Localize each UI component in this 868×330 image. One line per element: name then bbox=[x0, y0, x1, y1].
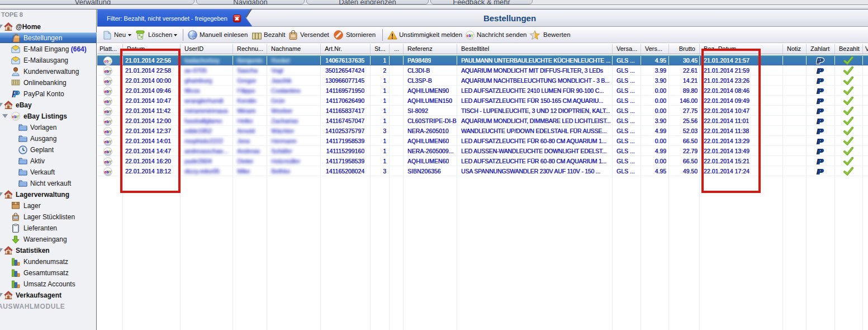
svg-text:P: P bbox=[818, 76, 824, 84]
svg-text:Y: Y bbox=[108, 109, 112, 114]
svg-text:Y: Y bbox=[108, 139, 112, 144]
svg-text:Y: Y bbox=[108, 149, 112, 154]
svg-text:Y: Y bbox=[108, 88, 112, 93]
svg-text:Y: Y bbox=[108, 68, 112, 73]
svg-text:P: P bbox=[818, 96, 824, 105]
svg-text:Y: Y bbox=[108, 119, 112, 124]
svg-text:Y: Y bbox=[108, 169, 112, 174]
svg-text:P: P bbox=[818, 66, 824, 74]
svg-text:P: P bbox=[818, 116, 824, 125]
svg-text:P: P bbox=[818, 106, 824, 115]
svg-text:P: P bbox=[818, 136, 824, 145]
svg-text:P: P bbox=[818, 157, 824, 165]
svg-text:P: P bbox=[14, 89, 20, 98]
svg-text:P: P bbox=[818, 56, 824, 64]
svg-text:Y: Y bbox=[108, 159, 112, 164]
svg-text:P: P bbox=[818, 147, 824, 155]
svg-text:Y: Y bbox=[108, 58, 112, 63]
svg-text:Y: Y bbox=[108, 78, 112, 83]
svg-text:P: P bbox=[818, 86, 824, 95]
svg-text:Y: Y bbox=[108, 129, 112, 134]
svg-text:Y: Y bbox=[471, 33, 474, 38]
svg-text:P: P bbox=[818, 126, 824, 135]
svg-text:Y: Y bbox=[16, 114, 20, 119]
svg-text:Y: Y bbox=[108, 98, 112, 103]
svg-text:P: P bbox=[818, 167, 824, 175]
